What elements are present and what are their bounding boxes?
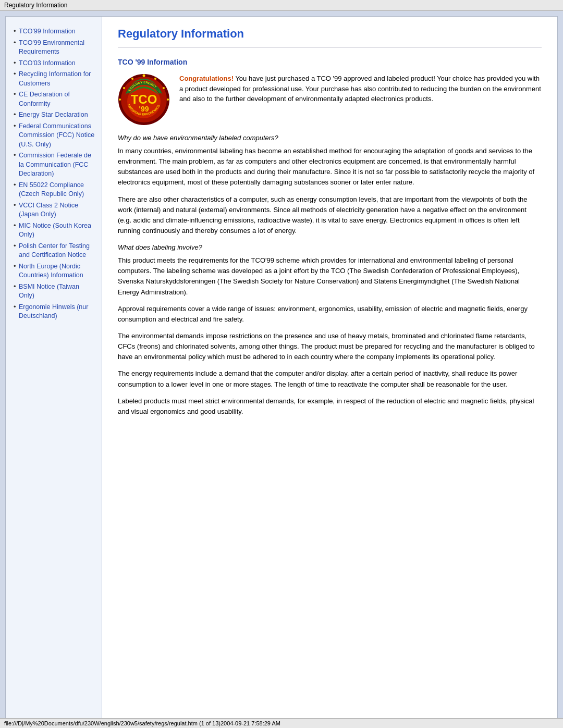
- title-bar-text: Regulatory Information: [4, 2, 67, 9]
- subheading1: Why do we have environmentally labeled c…: [118, 134, 542, 142]
- content-area: Regulatory Information TCO '99 Informati…: [102, 17, 557, 719]
- sidebar-link-tco99-info[interactable]: TCO'99 Information: [19, 27, 96, 36]
- sidebar-item-ce-declaration: CE Declaration of Conformity: [14, 90, 96, 108]
- sidebar-item-commission-fcc: Commission Federale de la Communication …: [14, 151, 96, 179]
- sidebar-link-fcc-notice[interactable]: Federal Communications Commission (FCC) …: [19, 122, 96, 150]
- page-title: Regulatory Information: [118, 27, 542, 41]
- sidebar-item-tco99-env: TCO'99 Environmental Requirements: [14, 39, 96, 57]
- sidebar-item-energy-star: Energy Star Declaration: [14, 110, 96, 120]
- svg-point-9: [163, 87, 165, 89]
- body-para-5: The environmental demands impose restric…: [118, 331, 542, 362]
- intro-para: You have just purchased a TCO '99 approv…: [179, 75, 541, 103]
- sidebar-link-mic[interactable]: MIC Notice (South Korea Only): [19, 221, 96, 240]
- sidebar-item-mic: MIC Notice (South Korea Only): [14, 221, 96, 240]
- body-para-6: The energy requirements include a demand…: [118, 368, 542, 389]
- sidebar-item-north-europe: North Europe (Nordic Countries) Informat…: [14, 262, 96, 280]
- sidebar-nav: TCO'99 InformationTCO'99 Environmental R…: [14, 27, 96, 321]
- status-bar: file:///D|/My%20Documents/dfu/230W/engli…: [0, 718, 563, 728]
- svg-text:TCO: TCO: [131, 92, 157, 106]
- sidebar-link-bsmi[interactable]: BSMI Notice (Taiwan Only): [19, 282, 96, 301]
- sidebar-link-recycling[interactable]: Recycling Information for Customers: [19, 70, 96, 88]
- section-tco99: TCO '99 Information: [118, 58, 542, 417]
- tco-intro-block: TCO '99 ECOLOGY ENERGY EMISSIONS ERGONOM…: [118, 73, 542, 126]
- svg-point-13: [119, 98, 121, 101]
- body-para-2: There are also other characteristics of …: [118, 194, 542, 237]
- sidebar-item-bsmi: BSMI Notice (Taiwan Only): [14, 282, 96, 301]
- sidebar-link-ergonomie[interactable]: Ergonomie Hinweis (nur Deutschland): [19, 303, 96, 321]
- subheading2: What does labeling involve?: [118, 243, 542, 251]
- svg-point-7: [143, 75, 145, 77]
- sidebar-link-polish[interactable]: Polish Center for Testing and Certificat…: [19, 242, 96, 260]
- sidebar-item-tco99-info: TCO'99 Information: [14, 27, 96, 36]
- svg-point-10: [131, 78, 133, 80]
- svg-point-11: [123, 87, 125, 89]
- body-para-4: Approval requirements cover a wide range…: [118, 304, 542, 325]
- sidebar-link-commission-fcc[interactable]: Commission Federale de la Communication …: [19, 151, 96, 179]
- svg-point-8: [154, 78, 156, 80]
- svg-point-12: [167, 98, 169, 101]
- body-para-1: In many countries, environmental labelin…: [118, 146, 542, 188]
- sidebar-link-north-europe[interactable]: North Europe (Nordic Countries) Informat…: [19, 262, 96, 280]
- main-container: TCO'99 InformationTCO'99 Environmental R…: [5, 16, 558, 720]
- sidebar-link-ce-declaration[interactable]: CE Declaration of Conformity: [19, 90, 96, 108]
- sidebar-item-recycling: Recycling Information for Customers: [14, 70, 96, 88]
- svg-text:'99: '99: [139, 105, 149, 113]
- sidebar-item-ergonomie: Ergonomie Hinweis (nur Deutschland): [14, 303, 96, 321]
- sidebar-link-tco99-env[interactable]: TCO'99 Environmental Requirements: [19, 39, 96, 57]
- tco99-logo: TCO '99 ECOLOGY ENERGY EMISSIONS ERGONOM…: [118, 73, 170, 126]
- body-para-7: Labeled products must meet strict enviro…: [118, 396, 542, 417]
- title-divider: [118, 47, 542, 47]
- sidebar: TCO'99 InformationTCO'99 Environmental R…: [6, 17, 102, 719]
- sidebar-item-tco03-info: TCO'03 Information: [14, 59, 96, 68]
- status-bar-text: file:///D|/My%20Documents/dfu/230W/engli…: [4, 720, 280, 726]
- title-bar: Regulatory Information: [0, 0, 563, 11]
- sidebar-item-en55022: EN 55022 Compliance (Czech Republic Only…: [14, 181, 96, 199]
- sidebar-link-en55022[interactable]: EN 55022 Compliance (Czech Republic Only…: [19, 181, 96, 199]
- congrats-text: Congratulations!: [179, 75, 234, 82]
- sidebar-item-fcc-notice: Federal Communications Commission (FCC) …: [14, 122, 96, 150]
- sidebar-link-energy-star[interactable]: Energy Star Declaration: [19, 110, 96, 120]
- body-para-3: This product meets the requirements for …: [118, 255, 542, 298]
- section-tco99-title: TCO '99 Information: [118, 58, 542, 66]
- sidebar-item-polish: Polish Center for Testing and Certificat…: [14, 242, 96, 260]
- sidebar-link-tco03-info[interactable]: TCO'03 Information: [19, 59, 96, 68]
- tco-intro-text: Congratulations! You have just purchased…: [179, 73, 542, 104]
- sidebar-item-vcci: VCCI Class 2 Notice (Japan Only): [14, 201, 96, 219]
- sidebar-link-vcci[interactable]: VCCI Class 2 Notice (Japan Only): [19, 201, 96, 219]
